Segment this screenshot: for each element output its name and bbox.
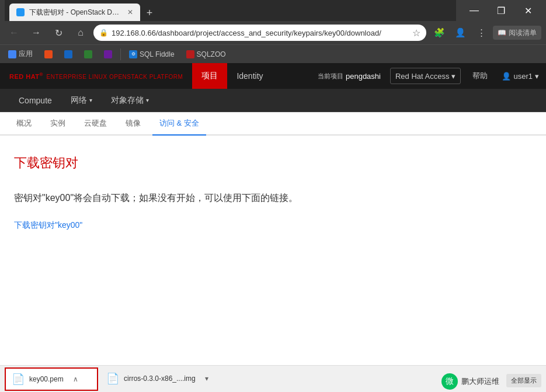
tab-overview[interactable]: 概况 bbox=[9, 112, 39, 136]
network-arrow-icon: ▾ bbox=[89, 97, 92, 103]
download-arrow-icon[interactable]: ∧ bbox=[73, 375, 78, 383]
download-item-key[interactable]: 📄 key00.pem ∧ bbox=[5, 367, 98, 391]
bm4-favicon bbox=[104, 50, 112, 58]
bookmark-sqlzoo[interactable]: SQLZOO bbox=[183, 49, 229, 60]
nav-identity[interactable]: Identity bbox=[227, 63, 272, 89]
download-imgname: cirros-0.3.0-x86_....img bbox=[124, 374, 196, 383]
menu-button[interactable]: ⋮ bbox=[472, 23, 491, 42]
current-project: 当前项目 pengdashi bbox=[313, 72, 385, 81]
bookmark-3[interactable] bbox=[81, 49, 96, 60]
watermark: 微 鹏大师运维 bbox=[441, 373, 499, 390]
subnav-network[interactable]: 网络 ▾ bbox=[61, 89, 102, 112]
storage-arrow-icon: ▾ bbox=[146, 97, 149, 103]
bm3-favicon bbox=[84, 50, 92, 58]
subnav-storage[interactable]: 对象存储 ▾ bbox=[102, 89, 158, 112]
tab-title: 下载密钥对 - OpenStack Dasht... bbox=[29, 8, 123, 18]
sqlzoo-favicon bbox=[186, 50, 194, 58]
restore-button[interactable]: ❐ bbox=[488, 0, 514, 21]
close-button[interactable]: ✕ bbox=[514, 0, 541, 21]
reader-label: 阅读清单 bbox=[509, 28, 537, 38]
apps-label: 应用 bbox=[19, 49, 33, 59]
minimize-button[interactable]: — bbox=[461, 0, 488, 21]
back-button[interactable]: ← bbox=[5, 23, 23, 42]
star-icon[interactable]: ☆ bbox=[412, 27, 420, 39]
home-button[interactable]: ⌂ bbox=[71, 23, 90, 42]
os-brand: RED HAT® ENTERPRISE LINUX OPENSTACK PLAT… bbox=[9, 72, 192, 80]
tab-close-icon[interactable]: ✕ bbox=[127, 8, 133, 16]
bm2-favicon bbox=[64, 50, 72, 58]
user-icon: 👤 bbox=[502, 72, 511, 81]
refresh-button[interactable]: ↻ bbox=[49, 23, 68, 42]
subnav-compute[interactable]: Compute bbox=[9, 89, 61, 112]
extensions-button[interactable]: 🧩 bbox=[430, 23, 448, 42]
tab-instances[interactable]: 实例 bbox=[43, 112, 72, 136]
user-menu[interactable]: 👤 user1 ▾ bbox=[495, 72, 546, 81]
nav-project[interactable]: 项目 bbox=[192, 63, 227, 89]
tab-access-security[interactable]: 访问 & 安全 bbox=[152, 112, 206, 136]
bookmark-1[interactable] bbox=[41, 49, 56, 60]
watermark-label: 鹏大师运维 bbox=[461, 376, 499, 387]
account-button[interactable]: 👤 bbox=[451, 23, 470, 42]
download-filename: key00.pem bbox=[29, 375, 64, 383]
download-img-arrow-icon[interactable]: ▾ bbox=[205, 374, 208, 383]
user-arrow-icon: ▾ bbox=[535, 72, 539, 81]
download-link[interactable]: 下载密钥对"key00" bbox=[14, 220, 82, 230]
tab-images[interactable]: 镜像 bbox=[119, 112, 148, 136]
apps-favicon bbox=[8, 50, 16, 58]
tab-favicon bbox=[16, 8, 25, 16]
redhat-access-button[interactable]: Red Hat Access ▾ bbox=[390, 68, 461, 84]
watermark-icon: 微 bbox=[441, 373, 458, 390]
download-item-img[interactable]: 📄 cirros-0.3.0-x86_....img ▾ bbox=[100, 367, 214, 391]
page-title: 下载密钥对 bbox=[14, 154, 532, 172]
reader-icon: 📖 bbox=[498, 29, 506, 37]
bm1-favicon bbox=[44, 50, 53, 58]
download-img-icon: 📄 bbox=[106, 372, 119, 385]
sqlfiddle-label: SQL Fiddle bbox=[140, 50, 175, 58]
description-text: 密钥对"key00"将会自动下载；如果没有开始，可以使用下面的链接。 bbox=[14, 190, 532, 206]
tab-volumes[interactable]: 云硬盘 bbox=[77, 112, 114, 136]
trademark-icon: ® bbox=[40, 72, 43, 77]
help-button[interactable]: 帮助 bbox=[465, 71, 495, 81]
bookmark-apps[interactable]: Compute 应用 bbox=[5, 48, 36, 60]
address-bar[interactable]: 🔒 192.168.0.66/dashboard/project/access_… bbox=[93, 25, 426, 41]
bookmark-sqlfiddle[interactable]: ⚙ SQL Fiddle bbox=[126, 49, 178, 60]
bookmark-4[interactable] bbox=[100, 49, 116, 60]
fullscreen-button[interactable]: 全部显示 bbox=[506, 374, 541, 387]
sqlzoo-label: SQLZOO bbox=[197, 50, 226, 58]
forward-button[interactable]: → bbox=[27, 23, 46, 42]
download-file-icon: 📄 bbox=[12, 373, 25, 386]
reader-mode-button[interactable]: 📖 阅读清单 bbox=[493, 26, 541, 40]
sqlfiddle-favicon: ⚙ bbox=[129, 50, 137, 58]
redhat-access-arrow-icon: ▾ bbox=[451, 72, 455, 81]
lock-icon: 🔒 bbox=[99, 29, 108, 37]
new-tab-button[interactable]: + bbox=[141, 5, 158, 21]
active-tab[interactable]: 下载密钥对 - OpenStack Dasht... ✕ bbox=[9, 4, 140, 21]
bookmark-2[interactable] bbox=[61, 49, 76, 60]
address-text: 192.168.0.66/dashboard/project/access_an… bbox=[112, 29, 409, 37]
